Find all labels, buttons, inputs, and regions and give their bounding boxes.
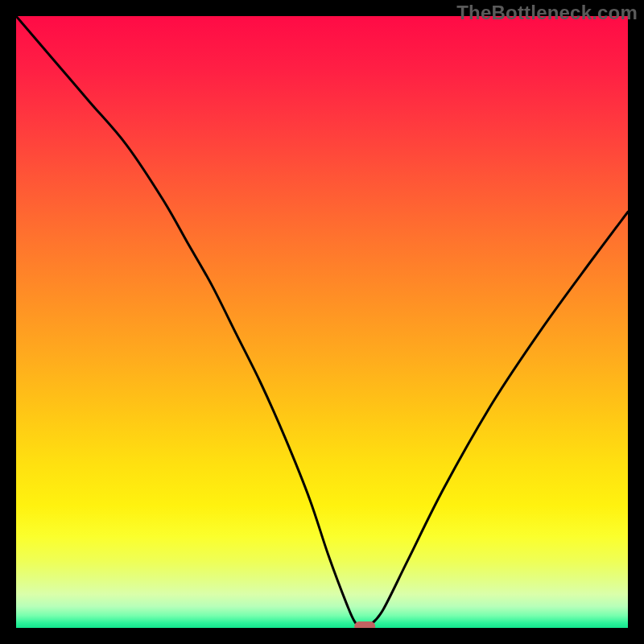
chart-frame: TheBottleneck.com [0,0,644,644]
optimal-marker [354,621,375,628]
watermark-text: TheBottleneck.com [456,2,638,24]
chart-svg [16,16,628,628]
plot-area [16,16,628,628]
